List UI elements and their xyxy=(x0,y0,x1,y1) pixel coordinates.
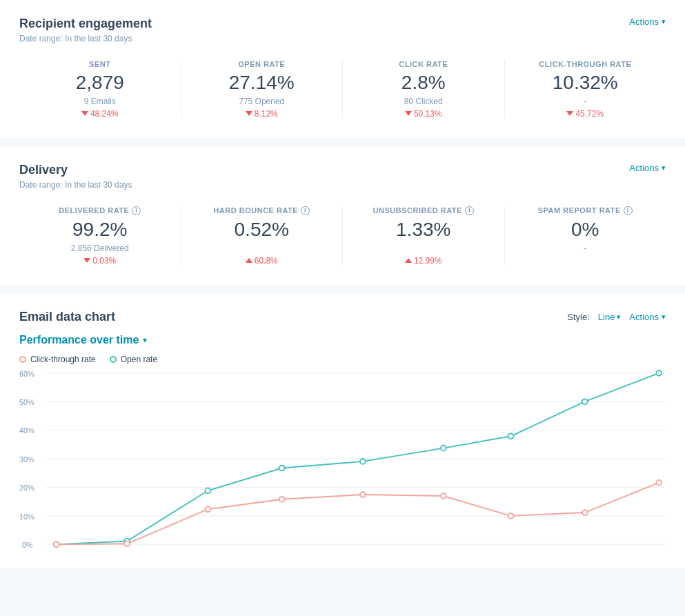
delivery-section-header: Delivery Date range: In the last 30 days… xyxy=(19,163,666,190)
metric-delivered-rate-sub: 2,856 Delivered xyxy=(30,244,170,253)
metric-open-rate: OPEN RATE 27.14% 775 Opened 8.12% xyxy=(181,60,344,119)
metric-delivered-rate-label: DELIVERED RATE i xyxy=(30,206,170,215)
y-label-60: 60% xyxy=(19,370,34,378)
y-label-20: 20% xyxy=(19,484,34,492)
metric-unsubscribed-label: UNSUBSCRIBED RATE i xyxy=(354,206,493,215)
metric-click-rate-sub: 80 Clicked xyxy=(354,97,493,106)
pink-point-4 xyxy=(279,497,285,502)
metric-open-rate-change: 8.12% xyxy=(192,109,332,119)
metric-ctr: CLICK-THROUGH RATE 10.32% - 45.72% xyxy=(505,60,666,119)
chart-actions-button[interactable]: Actions xyxy=(629,312,666,322)
metric-hard-bounce-label: HARD BOUNCE RATE i xyxy=(192,206,332,215)
metric-ctr-value: 10.32% xyxy=(516,72,655,94)
metric-spam-report-sub: - xyxy=(516,244,655,253)
delivery-section: Delivery Date range: In the last 30 days… xyxy=(0,146,685,285)
metric-click-rate-change: 50.13% xyxy=(354,109,493,119)
up-arrow-icon xyxy=(246,258,252,263)
metric-delivered-rate: DELIVERED RATE i 99.2% 2,856 Delivered 0… xyxy=(19,206,181,266)
y-label-30: 30% xyxy=(19,455,34,464)
divider-1 xyxy=(0,138,685,146)
down-arrow-icon xyxy=(405,111,412,116)
metric-unsubscribed-change: 12.99% xyxy=(354,256,493,266)
chart-title: Email data chart xyxy=(19,310,115,324)
metric-ctr-label: CLICK-THROUGH RATE xyxy=(516,60,655,68)
pink-point-8 xyxy=(582,510,588,515)
chart-header: Email data chart Style: Line Actions xyxy=(19,310,666,324)
metric-unsubscribed-sub xyxy=(354,244,493,253)
metric-sent-sub: 9 Emails xyxy=(30,97,170,106)
metric-spam-report: SPAM REPORT RATE i 0% - xyxy=(505,206,666,266)
delivery-title: Delivery xyxy=(19,163,132,177)
metric-spam-report-change xyxy=(516,256,655,266)
metric-sent-change: 48.24% xyxy=(30,109,170,119)
pink-point-2 xyxy=(124,541,130,546)
legend-label-open-rate: Open rate xyxy=(121,355,157,364)
teal-point-5 xyxy=(360,459,366,464)
metric-ctr-change: 45.72% xyxy=(516,109,655,119)
recipient-engagement-metrics: SENT 2,879 9 Emails 48.24% OPEN RATE 27.… xyxy=(19,60,666,119)
metric-click-rate: CLICK RATE 2.8% 80 Clicked 50.13% xyxy=(343,60,505,119)
ctr-line xyxy=(57,482,659,544)
delivery-title-group: Delivery Date range: In the last 30 days xyxy=(19,163,132,190)
metric-ctr-sub: - xyxy=(516,97,655,106)
pink-point-5 xyxy=(360,492,366,497)
chart-svg: 60% 50% 40% 30% 20% 10% 0% xyxy=(19,370,666,549)
recipient-engagement-section: Recipient engagement Date range: In the … xyxy=(0,0,685,138)
metric-open-rate-sub: 775 Opened xyxy=(192,97,332,106)
pink-point-7 xyxy=(508,513,514,519)
y-label-40: 40% xyxy=(19,426,34,435)
metric-sent-label: SENT xyxy=(30,60,170,68)
metric-delivered-rate-value: 99.2% xyxy=(30,219,170,241)
performance-label: Performance over time xyxy=(19,334,139,346)
legend-dot-teal xyxy=(110,356,117,363)
teal-point-6 xyxy=(441,445,446,450)
metric-unsubscribed-value: 1.33% xyxy=(354,219,493,241)
pink-point-6 xyxy=(441,493,446,499)
metric-hard-bounce: HARD BOUNCE RATE i 0.52% 60.8% xyxy=(181,206,344,266)
metric-unsubscribed: UNSUBSCRIBED RATE i 1.33% 12.99% xyxy=(343,206,505,266)
chevron-down-icon: ▾ xyxy=(143,335,147,345)
info-icon[interactable]: i xyxy=(301,206,310,215)
performance-dropdown[interactable]: Performance over time ▾ xyxy=(19,334,666,346)
teal-point-9 xyxy=(656,370,662,376)
legend-dot-pink xyxy=(19,356,26,363)
up-arrow-icon xyxy=(405,258,412,263)
down-arrow-icon xyxy=(246,111,252,116)
recipient-engagement-actions-button[interactable]: Actions xyxy=(629,17,666,27)
metric-sent-value: 2,879 xyxy=(30,72,170,94)
teal-point-4 xyxy=(279,465,285,470)
teal-point-3 xyxy=(205,488,210,493)
metric-hard-bounce-change: 60.8% xyxy=(192,256,332,266)
info-icon[interactable]: i xyxy=(465,206,474,215)
info-icon[interactable]: i xyxy=(624,206,633,215)
divider-2 xyxy=(0,285,685,293)
delivery-date: Date range: In the last 30 days xyxy=(19,180,132,190)
style-dropdown[interactable]: Line xyxy=(598,312,622,322)
teal-point-8 xyxy=(582,399,588,404)
pink-point-9 xyxy=(656,479,662,485)
legend-item-ctr: Click-through rate xyxy=(19,355,96,364)
down-arrow-icon xyxy=(566,111,573,116)
chart-container: 60% 50% 40% 30% 20% 10% 0% xyxy=(19,370,666,549)
legend-label-ctr: Click-through rate xyxy=(30,355,96,364)
teal-point-7 xyxy=(508,433,514,439)
y-label-10: 10% xyxy=(19,512,34,520)
delivery-actions-button[interactable]: Actions xyxy=(629,163,666,173)
metric-hard-bounce-sub xyxy=(192,244,332,253)
chart-legend: Click-through rate Open rate xyxy=(19,355,666,364)
section-header: Recipient engagement Date range: In the … xyxy=(19,17,666,43)
metric-open-rate-value: 27.14% xyxy=(192,72,332,94)
pink-point-3 xyxy=(205,506,210,512)
chart-section: Email data chart Style: Line Actions Per… xyxy=(0,293,685,568)
metric-spam-report-value: 0% xyxy=(516,219,655,241)
recipient-engagement-date: Date range: In the last 30 days xyxy=(19,34,152,43)
chart-controls: Style: Line Actions xyxy=(567,312,666,322)
legend-item-open-rate: Open rate xyxy=(110,355,157,364)
metric-sent: SENT 2,879 9 Emails 48.24% xyxy=(19,60,181,119)
y-label-0: 0% xyxy=(22,541,33,549)
section-title-group: Recipient engagement Date range: In the … xyxy=(19,17,152,43)
recipient-engagement-title: Recipient engagement xyxy=(19,17,152,31)
delivery-metrics: DELIVERED RATE i 99.2% 2,856 Delivered 0… xyxy=(19,206,666,266)
info-icon[interactable]: i xyxy=(132,206,141,215)
down-arrow-icon xyxy=(81,111,88,116)
